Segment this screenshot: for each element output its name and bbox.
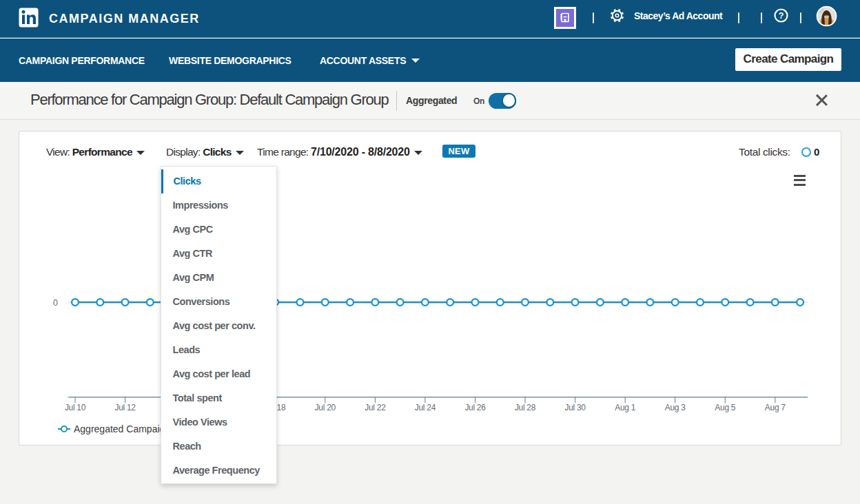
svg-text:Jul 26: Jul 26 bbox=[464, 403, 486, 412]
svg-text:Aug 3: Aug 3 bbox=[665, 403, 686, 412]
svg-text:?: ? bbox=[779, 11, 784, 21]
svg-text:Aug 5: Aug 5 bbox=[715, 403, 735, 412]
svg-text:Aug 7: Aug 7 bbox=[765, 403, 786, 412]
svg-text:Jul 22: Jul 22 bbox=[365, 403, 386, 412]
svg-text:Aug 1: Aug 1 bbox=[615, 403, 635, 412]
svg-text:Jul 24: Jul 24 bbox=[415, 403, 436, 412]
svg-text:Jul 12: Jul 12 bbox=[114, 403, 136, 412]
svg-text:0: 0 bbox=[53, 298, 58, 308]
svg-text:Jul 10: Jul 10 bbox=[65, 403, 86, 412]
svg-text:Jul 20: Jul 20 bbox=[315, 403, 336, 412]
svg-text:Jul 30: Jul 30 bbox=[564, 403, 586, 412]
svg-text:Jul 28: Jul 28 bbox=[515, 403, 536, 412]
